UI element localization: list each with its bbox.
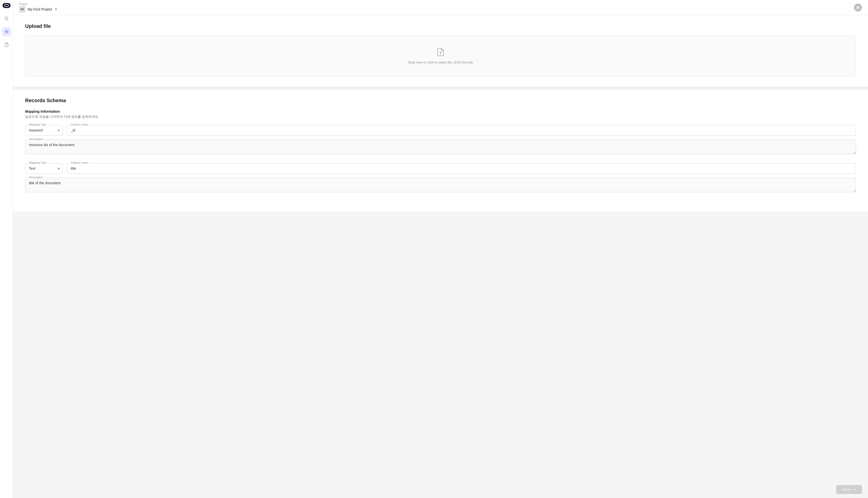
svg-point-0 bbox=[5, 17, 8, 20]
header-left: Project MF My First Project bbox=[19, 2, 57, 13]
mapping-type-select-1[interactable]: Keyword Text Integer Float Boolean Date bbox=[25, 125, 63, 135]
mapping-type-label-2: Mapping Type bbox=[28, 161, 48, 164]
column-name-label-1: Column name bbox=[70, 123, 89, 126]
schema-section: Records Schema Mapping Information 업로드한 … bbox=[13, 90, 868, 211]
svg-line-1 bbox=[7, 19, 8, 20]
project-label: Project bbox=[19, 2, 57, 5]
column-name-input-1[interactable] bbox=[67, 125, 856, 135]
description-field-1: Description resource ids of the document bbox=[25, 140, 856, 155]
content-area: Upload file Drop here or click to select… bbox=[13, 15, 868, 498]
description-textarea-1[interactable]: resource ids of the document bbox=[25, 140, 856, 154]
column-name-field-1: Column name bbox=[67, 125, 856, 135]
mapping-type-label-1: Mapping Type bbox=[28, 123, 48, 126]
main-content: Project MF My First Project M Upload fil… bbox=[13, 0, 868, 498]
column-name-field-2: Column name bbox=[67, 163, 856, 174]
project-badge: MF bbox=[19, 6, 26, 13]
upload-section: Upload file Drop here or click to select… bbox=[13, 15, 868, 87]
description-field-2: Description title of the document bbox=[25, 178, 856, 193]
mapping-row-2: Mapping Type Keyword Text Integer Float … bbox=[25, 163, 856, 174]
upload-dropzone-text: Drop here or click to select file. (CSV … bbox=[408, 61, 473, 64]
svg-point-2 bbox=[6, 31, 7, 32]
sidebar bbox=[0, 0, 13, 498]
logo-icon[interactable] bbox=[2, 3, 11, 8]
mapping-type-select-wrapper-2: Keyword Text Integer Float Boolean Date … bbox=[25, 163, 63, 174]
description-label-1: Description bbox=[28, 137, 44, 141]
mapping-row-1: Mapping Type Keyword Text Integer Float … bbox=[25, 125, 856, 135]
filter-icon[interactable] bbox=[2, 27, 11, 36]
header: Project MF My First Project M bbox=[13, 0, 868, 15]
upload-section-title: Upload file bbox=[25, 23, 856, 29]
document-icon[interactable] bbox=[2, 40, 11, 49]
mapping-type-select-2[interactable]: Keyword Text Integer Float Boolean Date bbox=[25, 163, 63, 174]
section-divider bbox=[13, 87, 868, 90]
done-button-label: Done bbox=[842, 487, 851, 492]
mapping-info-title: Mapping Information bbox=[25, 109, 856, 114]
column-name-input-2[interactable] bbox=[67, 163, 856, 174]
description-textarea-2[interactable]: title of the document bbox=[25, 178, 856, 192]
search-icon[interactable] bbox=[2, 14, 11, 23]
done-button[interactable]: Done bbox=[836, 485, 862, 494]
mapping-info-subtitle: 업로드한 파일을 고려하여 아래 정보를 입력하세요. bbox=[25, 115, 856, 119]
mapping-type-field-2: Mapping Type Keyword Text Integer Float … bbox=[25, 163, 63, 174]
project-selector[interactable]: MF My First Project bbox=[19, 6, 57, 13]
upload-dropzone[interactable]: Drop here or click to select file. (CSV … bbox=[25, 35, 856, 77]
avatar[interactable]: M bbox=[854, 3, 862, 12]
footer: Done bbox=[830, 481, 868, 498]
done-arrow-icon bbox=[852, 488, 856, 491]
description-row-1: Description resource ids of the document bbox=[25, 140, 856, 155]
description-row-2: Description title of the document bbox=[25, 178, 856, 193]
description-label-2: Description bbox=[28, 176, 44, 179]
schema-section-title: Records Schema bbox=[25, 97, 856, 103]
mapping-type-field-1: Mapping Type Keyword Text Integer Float … bbox=[25, 125, 63, 135]
project-chevron-icon bbox=[55, 8, 57, 11]
upload-file-icon bbox=[436, 48, 445, 57]
project-name: My First Project bbox=[28, 7, 52, 11]
mapping-type-select-wrapper-1: Keyword Text Integer Float Boolean Date … bbox=[25, 125, 63, 135]
column-name-label-2: Column name bbox=[70, 161, 89, 164]
